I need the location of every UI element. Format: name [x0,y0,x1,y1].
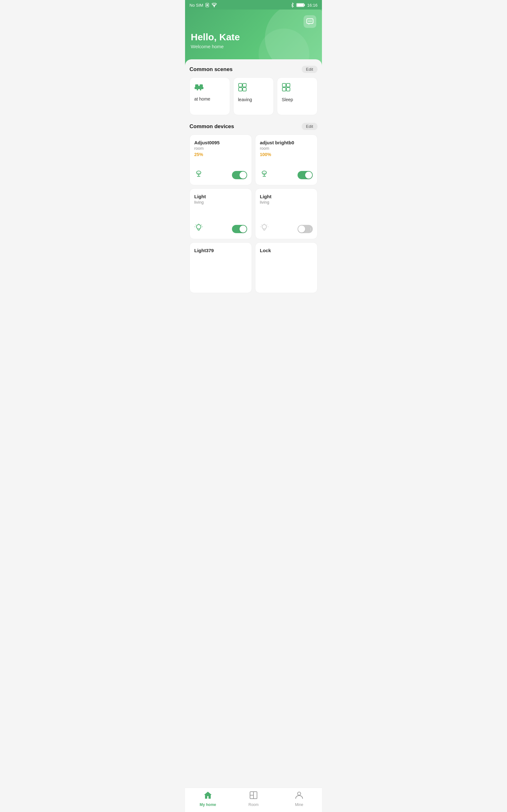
svg-marker-10 [308,23,310,25]
subtext: Welcome home [191,44,316,49]
grid-icon-sleep [282,83,313,94]
svg-rect-1 [207,4,208,6]
svg-point-8 [309,20,311,21]
device-card-brightb0[interactable]: adjust brightb0 room 100% [255,135,318,185]
svg-point-2 [214,6,215,7]
scene-label-sleep: Sleep [282,97,313,102]
scene-card-sleep[interactable]: Sleep [277,78,318,115]
toggle-adjust0095[interactable] [232,171,247,179]
svg-rect-22 [243,88,246,91]
svg-rect-26 [286,88,290,91]
svg-rect-20 [243,84,246,87]
device-name-brightb0: adjust brightb0 [260,140,313,145]
device-name-light-living-2: Light [260,194,313,199]
device-name-lock: Lock [260,248,313,253]
scene-card-leaving[interactable]: leaving [233,78,274,115]
svg-rect-24 [286,84,290,87]
devices-section-header: Common devices Edit [189,123,318,130]
chat-button[interactable] [303,15,316,28]
device-name-light-living-1: Light [194,194,247,199]
time-text: 16:16 [307,3,318,8]
main-content: Common scenes Edit at home [185,59,322,318]
svg-rect-16 [200,84,203,87]
svg-rect-17 [197,89,198,90]
status-bar: No SIM 16:16 [185,0,322,9]
scene-label-at-home: at home [194,96,225,101]
svg-rect-21 [239,88,242,91]
device-card-light-living-2[interactable]: Light living [255,189,318,239]
scenes-edit-button[interactable]: Edit [302,66,318,73]
device-room-light-living-2: living [260,200,313,205]
carrier-text: No SIM [189,3,203,8]
toggle-light-living-2[interactable] [297,225,313,233]
device-room-adjust0095: room [194,146,247,151]
svg-rect-18 [200,89,201,90]
status-right: 16:16 [291,3,318,8]
scenes-grid: at home leaving [189,78,318,115]
svg-rect-4 [304,4,305,6]
status-left: No SIM [189,3,217,8]
sim-icon [205,3,210,7]
bluetooth-icon [291,3,294,8]
svg-rect-14 [196,87,202,89]
battery-icon [296,3,305,7]
svg-rect-5 [297,4,304,6]
device-room-brightb0: room [260,146,313,151]
bulb-icon-living-2 [260,223,269,235]
svg-point-40 [262,224,267,229]
bulb-icon-living-1 [194,223,203,235]
device-room-light-living-1: living [194,200,247,205]
device-name-adjust0095: Adjust0095 [194,140,247,145]
toggle-brightb0[interactable] [297,171,313,179]
svg-line-35 [196,225,196,225]
svg-line-43 [267,225,268,225]
device-pct-adjust0095: 25% [194,152,247,157]
device-pct-brightb0: 100% [260,152,313,157]
svg-rect-25 [282,88,286,91]
svg-point-9 [311,20,312,21]
device-card-lock[interactable]: Lock [255,242,318,293]
svg-rect-19 [239,84,242,87]
wifi-icon [211,3,217,7]
devices-title: Common devices [189,123,234,130]
svg-line-42 [262,225,262,225]
scene-label-leaving: leaving [238,97,269,102]
lamp-icon-adjust0095 [194,169,203,181]
device-card-adjust0095[interactable]: Adjust0095 room 25% [189,135,252,185]
device-card-light-living-1[interactable]: Light living [189,189,252,239]
toggle-light-living-1[interactable] [232,225,247,233]
svg-rect-23 [282,84,286,87]
sofa-icon [194,83,225,93]
device-card-light379[interactable]: Light379 [189,242,252,293]
devices-grid: Adjust0095 room 25% adjust brig [189,135,318,293]
svg-point-7 [308,20,309,21]
device-name-light379: Light379 [194,248,247,253]
grid-icon-leaving [238,83,269,94]
svg-point-33 [196,224,201,229]
svg-line-36 [201,225,202,225]
devices-edit-button[interactable]: Edit [302,123,318,130]
chat-icon [306,18,314,26]
svg-rect-6 [307,19,313,23]
svg-rect-15 [195,84,199,87]
scenes-section-header: Common scenes Edit [189,66,318,73]
scene-card-at-home[interactable]: at home [189,78,230,115]
lamp-icon-brightb0 [260,169,269,181]
greeting-text: Hello, Kate [191,32,316,43]
header-greeting: Hello, Kate Welcome home [191,32,316,49]
scenes-title: Common scenes [189,66,233,72]
